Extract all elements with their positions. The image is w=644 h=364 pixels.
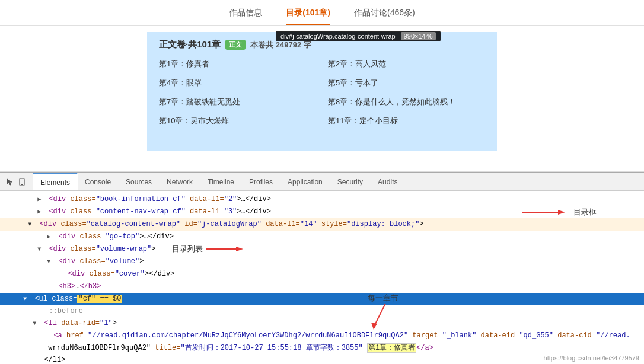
catalog-title: 正文卷·共101章	[159, 39, 221, 50]
chapter-2-right[interactable]: 第5章：亏本了	[328, 75, 485, 91]
tab-catalog[interactable]: 目录(101章)	[286, 2, 330, 24]
tab-timeline[interactable]: Timeline	[200, 173, 242, 191]
chapter-1-right[interactable]: 第2章：高人风范	[328, 56, 485, 72]
toggle-icon-4[interactable]: ▶	[47, 232, 53, 242]
chapter-2-left[interactable]: 第4章：眼罩	[159, 75, 316, 91]
chapter-3-right[interactable]: 第8章：你是什么人，竟然如此脑残！	[328, 94, 485, 110]
tab-discussion[interactable]: 作品讨论(466条)	[354, 2, 415, 24]
mobile-icon[interactable]	[17, 177, 27, 187]
tab-network[interactable]: Network	[160, 173, 200, 191]
catalog-badge: 正文	[225, 40, 246, 50]
chapter-4-left[interactable]: 第10章：灵市大爆炸	[159, 113, 316, 129]
code-line-6[interactable]: ▼ <div class="volume">	[0, 256, 644, 268]
toggle-icon-9[interactable]: ▼	[23, 294, 29, 305]
devtools-panel: Elements Console Sources Network Timelin…	[0, 172, 644, 364]
code-line-2[interactable]: ▶ <div class="content-nav-wrap cf" data-…	[0, 206, 644, 218]
code-line-before[interactable]: ::before	[0, 305, 644, 317]
code-line-5[interactable]: ▼ <div class="volume-wrap">	[0, 243, 644, 256]
tab-audits[interactable]: Audits	[371, 173, 405, 191]
tooltip-selector: div#j-catalogWrap.catalog-content-wrap	[280, 33, 396, 40]
watermark: https://blog.csdn.net/lei34779579	[544, 355, 639, 362]
code-line-13[interactable]: wrrduN6auI1OBDFlr9quQA2" title="首发时间：201…	[0, 342, 644, 354]
catalog-panel: 正文卷·共101章 正文 本卷共 249792 字 第1章：修真者 第2章：高人…	[147, 32, 497, 151]
chapter-3-left[interactable]: 第7章：踏破铁鞋无觅处	[159, 94, 316, 110]
tooltip-size: 990×1446	[401, 32, 436, 40]
catalog-grid: 第1章：修真者 第2章：高人风范 第4章：眼罩 第5章：亏本了 第7章：踏破铁鞋…	[159, 56, 485, 129]
tab-console[interactable]: Console	[78, 173, 119, 191]
tab-profiles[interactable]: Profiles	[242, 173, 280, 191]
tab-application[interactable]: Application	[280, 173, 330, 191]
top-content-area: 作品信息 目录(101章) 作品讨论(466条) div#j-catalogWr…	[0, 0, 644, 172]
devtools-toolbar: Elements Console Sources Network Timelin…	[0, 173, 644, 191]
tab-elements[interactable]: Elements	[33, 173, 78, 190]
cursor-icon[interactable]	[5, 177, 15, 187]
toggle-icon-3[interactable]: ▼	[28, 219, 34, 230]
devtools-tabs: Elements Console Sources Network Timelin…	[33, 173, 405, 191]
code-line-3[interactable]: ▼ <div class="catalog-content-wrap" id="…	[0, 218, 644, 231]
svg-rect-1	[21, 184, 23, 185]
code-line-1[interactable]: ▶ <div class="book-information cf" data-…	[0, 193, 644, 206]
code-line-4[interactable]: ▶ <div class="go-top">…</div>	[0, 231, 644, 243]
toggle-icon-2[interactable]: ▶	[37, 207, 43, 218]
tab-bar: 作品信息 目录(101章) 作品讨论(466条)	[0, 0, 644, 26]
tab-security[interactable]: Security	[330, 173, 371, 191]
code-line-12[interactable]: ▶ <a href="//read.qidian.com/chapter/MuR…	[0, 330, 644, 342]
toggle-icon-5[interactable]: ▼	[37, 244, 43, 255]
chapter-4-right[interactable]: 第11章：定个小目标	[328, 113, 485, 129]
chapter-1-left[interactable]: 第1章：修真者	[159, 56, 316, 72]
code-line-11[interactable]: ▼ <li data-rid="1">	[0, 317, 644, 330]
toggle-icon-11[interactable]: ▼	[33, 318, 39, 329]
code-line-9[interactable]: ▼ <ul class="cf" == $0	[0, 293, 644, 305]
code-line-7[interactable]: ▶ <div class="cover"></div>	[0, 268, 644, 280]
toggle-icon-6[interactable]: ▼	[47, 257, 53, 267]
tab-sources[interactable]: Sources	[119, 173, 160, 191]
toggle-icon-1[interactable]: ▶	[37, 194, 43, 205]
tab-work-info[interactable]: 作品信息	[229, 2, 262, 24]
element-tooltip: div#j-catalogWrap.catalog-content-wrap 9…	[276, 31, 441, 41]
code-line-8[interactable]: ▶ <h3>…</h3>	[0, 280, 644, 293]
devtools-code-content[interactable]: ▶ <div class="book-information cf" data-…	[0, 191, 644, 364]
